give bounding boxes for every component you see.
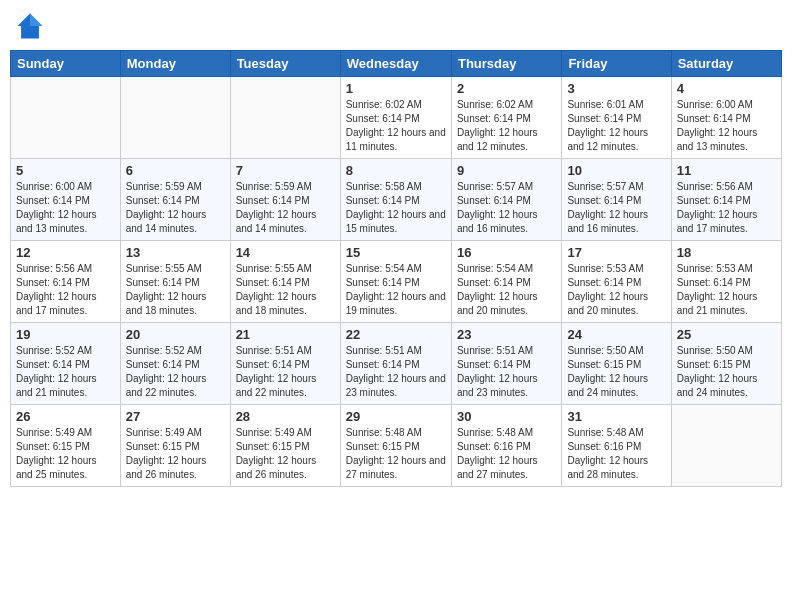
calendar-week-3: 12Sunrise: 5:56 AM Sunset: 6:14 PM Dayli…: [11, 241, 782, 323]
calendar-cell: 19Sunrise: 5:52 AM Sunset: 6:14 PM Dayli…: [11, 323, 121, 405]
calendar-cell: 25Sunrise: 5:50 AM Sunset: 6:15 PM Dayli…: [671, 323, 781, 405]
day-number: 26: [16, 409, 115, 424]
day-number: 16: [457, 245, 556, 260]
day-number: 14: [236, 245, 335, 260]
day-number: 5: [16, 163, 115, 178]
calendar-cell: 30Sunrise: 5:48 AM Sunset: 6:16 PM Dayli…: [451, 405, 561, 487]
day-number: 17: [567, 245, 665, 260]
day-info: Sunrise: 5:49 AM Sunset: 6:15 PM Dayligh…: [16, 426, 115, 482]
day-number: 25: [677, 327, 776, 342]
day-info: Sunrise: 5:49 AM Sunset: 6:15 PM Dayligh…: [126, 426, 225, 482]
calendar-cell: 1Sunrise: 6:02 AM Sunset: 6:14 PM Daylig…: [340, 77, 451, 159]
calendar-cell: 12Sunrise: 5:56 AM Sunset: 6:14 PM Dayli…: [11, 241, 121, 323]
day-info: Sunrise: 6:01 AM Sunset: 6:14 PM Dayligh…: [567, 98, 665, 154]
calendar-cell: 27Sunrise: 5:49 AM Sunset: 6:15 PM Dayli…: [120, 405, 230, 487]
day-number: 6: [126, 163, 225, 178]
day-info: Sunrise: 5:51 AM Sunset: 6:14 PM Dayligh…: [457, 344, 556, 400]
day-header-friday: Friday: [562, 51, 671, 77]
calendar-week-2: 5Sunrise: 6:00 AM Sunset: 6:14 PM Daylig…: [11, 159, 782, 241]
calendar-cell: 4Sunrise: 6:00 AM Sunset: 6:14 PM Daylig…: [671, 77, 781, 159]
day-info: Sunrise: 5:57 AM Sunset: 6:14 PM Dayligh…: [567, 180, 665, 236]
calendar-cell: 2Sunrise: 6:02 AM Sunset: 6:14 PM Daylig…: [451, 77, 561, 159]
calendar-cell: 16Sunrise: 5:54 AM Sunset: 6:14 PM Dayli…: [451, 241, 561, 323]
day-number: 29: [346, 409, 446, 424]
day-info: Sunrise: 5:53 AM Sunset: 6:14 PM Dayligh…: [567, 262, 665, 318]
calendar-cell: 20Sunrise: 5:52 AM Sunset: 6:14 PM Dayli…: [120, 323, 230, 405]
day-info: Sunrise: 5:55 AM Sunset: 6:14 PM Dayligh…: [236, 262, 335, 318]
day-number: 9: [457, 163, 556, 178]
day-number: 8: [346, 163, 446, 178]
calendar-header-row: SundayMondayTuesdayWednesdayThursdayFrid…: [11, 51, 782, 77]
day-info: Sunrise: 5:54 AM Sunset: 6:14 PM Dayligh…: [457, 262, 556, 318]
day-info: Sunrise: 5:52 AM Sunset: 6:14 PM Dayligh…: [16, 344, 115, 400]
day-info: Sunrise: 5:55 AM Sunset: 6:14 PM Dayligh…: [126, 262, 225, 318]
svg-marker-1: [30, 14, 42, 26]
calendar-cell: 9Sunrise: 5:57 AM Sunset: 6:14 PM Daylig…: [451, 159, 561, 241]
day-number: 22: [346, 327, 446, 342]
day-number: 27: [126, 409, 225, 424]
calendar-cell: 18Sunrise: 5:53 AM Sunset: 6:14 PM Dayli…: [671, 241, 781, 323]
day-number: 28: [236, 409, 335, 424]
day-number: 2: [457, 81, 556, 96]
day-info: Sunrise: 5:53 AM Sunset: 6:14 PM Dayligh…: [677, 262, 776, 318]
day-number: 10: [567, 163, 665, 178]
calendar-cell: 24Sunrise: 5:50 AM Sunset: 6:15 PM Dayli…: [562, 323, 671, 405]
logo: [14, 10, 50, 42]
day-info: Sunrise: 5:51 AM Sunset: 6:14 PM Dayligh…: [236, 344, 335, 400]
day-info: Sunrise: 6:00 AM Sunset: 6:14 PM Dayligh…: [677, 98, 776, 154]
calendar-cell: 28Sunrise: 5:49 AM Sunset: 6:15 PM Dayli…: [230, 405, 340, 487]
day-info: Sunrise: 6:02 AM Sunset: 6:14 PM Dayligh…: [457, 98, 556, 154]
calendar-week-5: 26Sunrise: 5:49 AM Sunset: 6:15 PM Dayli…: [11, 405, 782, 487]
day-info: Sunrise: 5:54 AM Sunset: 6:14 PM Dayligh…: [346, 262, 446, 318]
day-number: 3: [567, 81, 665, 96]
day-number: 21: [236, 327, 335, 342]
page-header: [10, 10, 782, 42]
day-info: Sunrise: 5:49 AM Sunset: 6:15 PM Dayligh…: [236, 426, 335, 482]
day-info: Sunrise: 5:57 AM Sunset: 6:14 PM Dayligh…: [457, 180, 556, 236]
day-header-thursday: Thursday: [451, 51, 561, 77]
day-info: Sunrise: 6:02 AM Sunset: 6:14 PM Dayligh…: [346, 98, 446, 154]
day-number: 30: [457, 409, 556, 424]
day-info: Sunrise: 5:51 AM Sunset: 6:14 PM Dayligh…: [346, 344, 446, 400]
day-number: 1: [346, 81, 446, 96]
day-number: 13: [126, 245, 225, 260]
calendar-table: SundayMondayTuesdayWednesdayThursdayFrid…: [10, 50, 782, 487]
calendar-cell: 21Sunrise: 5:51 AM Sunset: 6:14 PM Dayli…: [230, 323, 340, 405]
calendar-cell: 29Sunrise: 5:48 AM Sunset: 6:15 PM Dayli…: [340, 405, 451, 487]
calendar-cell: 3Sunrise: 6:01 AM Sunset: 6:14 PM Daylig…: [562, 77, 671, 159]
day-header-sunday: Sunday: [11, 51, 121, 77]
day-header-monday: Monday: [120, 51, 230, 77]
day-header-saturday: Saturday: [671, 51, 781, 77]
day-info: Sunrise: 5:48 AM Sunset: 6:15 PM Dayligh…: [346, 426, 446, 482]
calendar-cell: [11, 77, 121, 159]
day-number: 24: [567, 327, 665, 342]
calendar-cell: 11Sunrise: 5:56 AM Sunset: 6:14 PM Dayli…: [671, 159, 781, 241]
day-info: Sunrise: 5:48 AM Sunset: 6:16 PM Dayligh…: [567, 426, 665, 482]
day-number: 31: [567, 409, 665, 424]
day-number: 15: [346, 245, 446, 260]
day-number: 20: [126, 327, 225, 342]
day-number: 12: [16, 245, 115, 260]
day-number: 11: [677, 163, 776, 178]
calendar-cell: 15Sunrise: 5:54 AM Sunset: 6:14 PM Dayli…: [340, 241, 451, 323]
calendar-cell: 7Sunrise: 5:59 AM Sunset: 6:14 PM Daylig…: [230, 159, 340, 241]
calendar-cell: 17Sunrise: 5:53 AM Sunset: 6:14 PM Dayli…: [562, 241, 671, 323]
calendar-cell: 31Sunrise: 5:48 AM Sunset: 6:16 PM Dayli…: [562, 405, 671, 487]
day-number: 18: [677, 245, 776, 260]
calendar-cell: 10Sunrise: 5:57 AM Sunset: 6:14 PM Dayli…: [562, 159, 671, 241]
calendar-cell: 8Sunrise: 5:58 AM Sunset: 6:14 PM Daylig…: [340, 159, 451, 241]
day-info: Sunrise: 5:59 AM Sunset: 6:14 PM Dayligh…: [236, 180, 335, 236]
day-info: Sunrise: 5:50 AM Sunset: 6:15 PM Dayligh…: [677, 344, 776, 400]
day-info: Sunrise: 5:59 AM Sunset: 6:14 PM Dayligh…: [126, 180, 225, 236]
day-info: Sunrise: 5:48 AM Sunset: 6:16 PM Dayligh…: [457, 426, 556, 482]
calendar-week-4: 19Sunrise: 5:52 AM Sunset: 6:14 PM Dayli…: [11, 323, 782, 405]
day-header-wednesday: Wednesday: [340, 51, 451, 77]
day-number: 7: [236, 163, 335, 178]
calendar-cell: [230, 77, 340, 159]
day-info: Sunrise: 5:58 AM Sunset: 6:14 PM Dayligh…: [346, 180, 446, 236]
day-info: Sunrise: 5:52 AM Sunset: 6:14 PM Dayligh…: [126, 344, 225, 400]
calendar-cell: 13Sunrise: 5:55 AM Sunset: 6:14 PM Dayli…: [120, 241, 230, 323]
calendar-cell: 23Sunrise: 5:51 AM Sunset: 6:14 PM Dayli…: [451, 323, 561, 405]
day-number: 23: [457, 327, 556, 342]
day-info: Sunrise: 6:00 AM Sunset: 6:14 PM Dayligh…: [16, 180, 115, 236]
